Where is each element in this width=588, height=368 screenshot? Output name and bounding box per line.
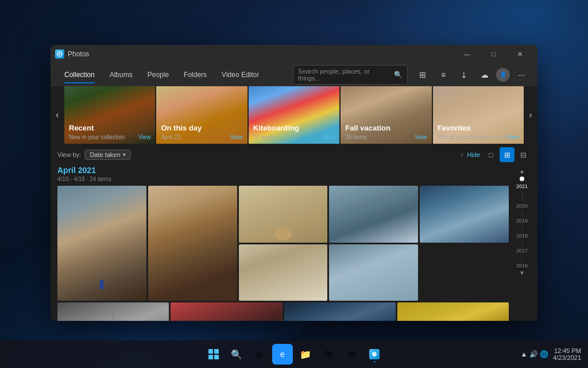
view-mode-single[interactable]: □ <box>483 147 498 162</box>
photo-cell-10[interactable] <box>284 302 396 321</box>
taskbar-store[interactable]: 🛍 <box>318 344 339 365</box>
taskbar-mail[interactable]: ✉ <box>341 344 362 365</box>
photo-cell-7[interactable] <box>329 244 418 301</box>
clock[interactable]: 12:45 PM 4/23/2021 <box>553 347 581 361</box>
photo-grid-row1 <box>57 186 509 301</box>
main-content: ‹ Recent New in your collection View On … <box>51 86 537 321</box>
current-year-dot <box>520 177 524 181</box>
view-right-controls: ↑ Hide □ ⊞ ⊟ <box>461 147 531 162</box>
strip-items: Recent New in your collection View On th… <box>64 86 524 144</box>
window-controls: — □ ✕ <box>454 45 533 63</box>
cloud-icon[interactable]: ☁ <box>475 66 494 84</box>
windows-logo <box>208 349 219 359</box>
strip-prev-button[interactable]: ‹ <box>51 86 64 144</box>
photo-cell-9[interactable] <box>171 302 282 321</box>
strip-favorites-sub: See all your favorite photos <box>438 134 507 140</box>
app-icon <box>55 49 64 59</box>
date-taken-dropdown[interactable]: Date taken ▾ <box>84 150 130 160</box>
strip-item-fall-vacation[interactable]: Fall vacation 38 items View <box>341 86 431 144</box>
strip-favorites-view[interactable]: View <box>507 134 520 140</box>
start-button[interactable] <box>203 344 224 365</box>
strip-recent-sub: New in your collection <box>69 134 125 140</box>
title-bar: Photos — □ ✕ <box>51 45 537 63</box>
strip-kite-view[interactable]: View <box>323 134 335 140</box>
photo-cell-5[interactable] <box>420 186 509 243</box>
taskbar-right: ▲ 🔊 🌐 12:45 PM 4/23/2021 <box>521 347 581 361</box>
search-bar[interactable]: Search people, places, or things... 🔍 <box>293 65 408 85</box>
strip-kite-label: Kiteboarding <box>253 124 299 132</box>
avatar[interactable]: 👤 <box>496 68 510 82</box>
strip-recent-view[interactable]: View <box>138 134 151 140</box>
taskbar: 🔍 ⊟ e 📁 🛍 ✉ ▲ 🔊 🌐 12:45 PM 4/23/2021 <box>0 340 588 368</box>
chevron-down-icon: ▾ <box>123 152 126 158</box>
year-scroll-down[interactable]: ▼ <box>519 270 525 276</box>
taskbar-search[interactable]: 🔍 <box>226 344 247 365</box>
year-2018[interactable]: 2018 <box>516 233 528 239</box>
date-display: 4/23/2021 <box>553 354 581 361</box>
photo-cell-2[interactable] <box>148 186 237 301</box>
nav-albums[interactable]: Albums <box>103 67 140 82</box>
view-by-label: View by: <box>57 151 81 158</box>
strip-item-recent[interactable]: Recent New in your collection View <box>64 86 155 144</box>
taskbar-explorer[interactable]: 📁 <box>295 344 316 365</box>
strip-onthisday-view[interactable]: View <box>230 134 243 140</box>
taskbar-taskview[interactable]: ⊟ <box>249 344 270 365</box>
year-2020[interactable]: 2020 <box>516 203 528 209</box>
year-2020-label: 2020 <box>516 203 528 209</box>
maximize-button[interactable]: □ <box>480 45 506 63</box>
grid-content: April 2021 4/10 - 4/18 · 24 items <box>57 166 509 321</box>
strip-fall-sub: 38 items <box>345 134 367 140</box>
year-2021[interactable]: 2021 <box>516 183 528 189</box>
year-2016[interactable]: 2016 <box>516 263 528 269</box>
photo-cell-4[interactable] <box>329 186 418 243</box>
view-mode-compact[interactable]: ⊟ <box>516 147 531 162</box>
photo-cell-1[interactable] <box>57 186 146 301</box>
taskbar-edge[interactable]: e <box>272 344 293 365</box>
photo-cell-8[interactable] <box>57 302 169 321</box>
hide-button[interactable]: Hide <box>467 151 480 158</box>
year-2019-label: 2019 <box>516 218 528 224</box>
svg-point-1 <box>59 53 61 55</box>
nav-people[interactable]: People <box>141 67 176 82</box>
strip-onthisday-label: On this day <box>161 124 202 132</box>
strip-kite-sub: 24 items <box>253 134 275 140</box>
system-tray-icons: ▲ 🔊 🌐 <box>521 350 549 358</box>
view-controls-bar: View by: Date taken ▾ ↑ Hide □ ⊞ ⊟ <box>51 144 537 166</box>
strip-item-favorites[interactable]: Favorites See all your favorite photos V… <box>433 86 524 144</box>
nav-folders[interactable]: Folders <box>177 67 214 82</box>
month-label: April 2021 <box>57 166 509 175</box>
nav-video-editor[interactable]: Video Editor <box>215 67 266 82</box>
strip-fall-label: Fall vacation <box>345 124 390 132</box>
minimize-button[interactable]: — <box>454 45 480 63</box>
strip-favorites-label: Favorites <box>438 124 471 132</box>
year-2019[interactable]: 2019 <box>516 218 528 224</box>
close-button[interactable]: ✕ <box>506 45 533 63</box>
strip-item-kiteboarding[interactable]: Kiteboarding 24 items View <box>249 86 339 144</box>
search-icon: 🔍 <box>394 71 403 79</box>
year-2021-label: 2021 <box>516 183 528 189</box>
photo-cell-3[interactable] <box>239 186 328 243</box>
date-range: 4/10 - 4/18 · 24 items <box>57 176 509 182</box>
toolbar-icons: ⊞ ≡ ⤓ ☁ 👤 ··· <box>413 66 531 84</box>
photos-window: Photos — □ ✕ Collection Albums People Fo… <box>51 45 537 321</box>
view-mode-grid[interactable]: ⊞ <box>500 147 514 162</box>
strip-item-onthisday[interactable]: On this day April 23 View <box>156 86 247 144</box>
nav-collection[interactable]: Collection <box>57 67 102 82</box>
photo-cell-6[interactable] <box>239 244 328 301</box>
view-toggle-icon[interactable]: ⊞ <box>413 66 432 84</box>
more-icon[interactable]: ··· <box>512 66 531 84</box>
featured-strip: ‹ Recent New in your collection View On … <box>51 86 537 144</box>
year-scroll-up[interactable]: ▲ <box>519 168 525 174</box>
filter-icon[interactable]: ≡ <box>434 66 452 84</box>
strip-next-button[interactable]: › <box>524 86 537 144</box>
app-title: Photos <box>68 50 89 58</box>
date-taken-label: Date taken <box>90 151 120 158</box>
strip-fall-view[interactable]: View <box>415 134 427 140</box>
taskbar-photos[interactable] <box>364 344 385 365</box>
photo-cell-11[interactable] <box>397 302 509 321</box>
strip-onthisday-sub: April 23 <box>161 134 180 140</box>
import-icon[interactable]: ⤓ <box>455 66 473 84</box>
photo-grid-area: April 2021 4/10 - 4/18 · 24 items <box>51 166 537 321</box>
year-2017[interactable]: 2017 <box>516 248 528 254</box>
year-2016-label: 2016 <box>516 263 528 269</box>
